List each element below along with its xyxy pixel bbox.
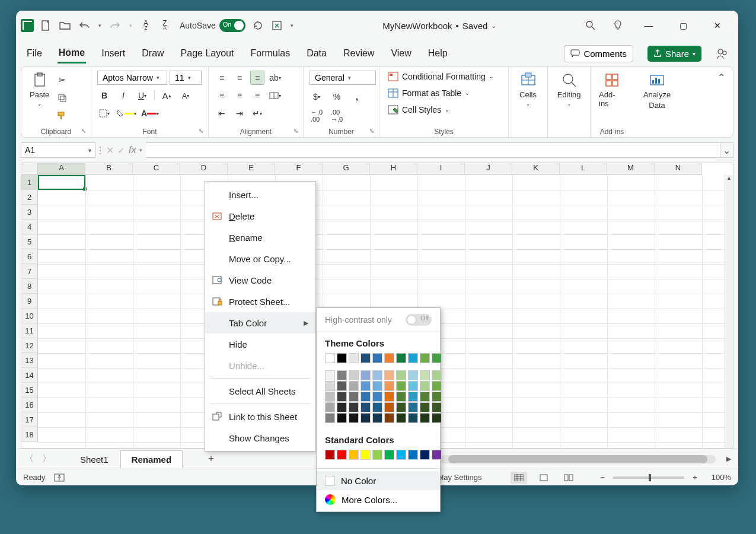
share-button[interactable]: Share ▾ — [647, 46, 701, 62]
column-header[interactable]: D — [180, 163, 228, 175]
color-swatch[interactable] — [337, 353, 347, 363]
conditional-formatting[interactable]: Conditional Formatting⌄ — [385, 71, 502, 82]
no-color-item[interactable]: No Color — [317, 471, 440, 490]
column-header[interactable]: J — [465, 163, 512, 175]
add-sheet-button[interactable]: + — [203, 453, 219, 465]
copy-icon[interactable] — [55, 91, 69, 105]
ctx-insert[interactable]: Insert... — [205, 184, 315, 205]
row-header[interactable]: 17 — [21, 412, 38, 427]
analyze-data-button[interactable]: Analyze Data — [639, 71, 675, 111]
color-swatch[interactable] — [337, 413, 347, 423]
column-header[interactable]: B — [85, 163, 133, 175]
color-swatch[interactable] — [361, 402, 371, 412]
color-swatch[interactable] — [325, 450, 335, 460]
color-swatch[interactable] — [372, 450, 382, 460]
indent-button[interactable]: ⇥ — [232, 106, 247, 120]
bold-button[interactable]: B — [97, 88, 111, 103]
search-icon[interactable] — [584, 19, 597, 32]
color-swatch[interactable] — [384, 402, 394, 412]
color-swatch[interactable] — [361, 392, 371, 402]
sheet-tab-sheet1[interactable]: Sheet1 — [69, 450, 119, 468]
refresh-icon[interactable] — [251, 19, 264, 32]
color-swatch[interactable] — [349, 381, 359, 391]
teams-icon[interactable] — [716, 47, 729, 60]
ctx-delete[interactable]: Delete — [205, 205, 315, 227]
row-header[interactable]: 10 — [21, 309, 38, 323]
color-swatch[interactable] — [420, 413, 430, 423]
editing-button[interactable]: Editing⌄ — [554, 71, 584, 108]
ctx-select-all-sheets[interactable]: Select All Sheets — [205, 380, 315, 402]
color-swatch[interactable] — [384, 450, 394, 460]
ctx-hide[interactable]: Hide — [205, 333, 315, 355]
sort-asc-icon[interactable]: AZ — [139, 19, 152, 32]
paste-button[interactable]: Paste ⌄ — [27, 71, 52, 123]
color-swatch[interactable] — [420, 450, 430, 460]
color-swatch[interactable] — [325, 402, 335, 412]
color-swatch[interactable] — [408, 353, 418, 363]
sort-desc-icon[interactable]: ZA — [158, 19, 171, 32]
color-swatch[interactable] — [408, 370, 418, 380]
row-header[interactable]: 1 — [21, 175, 38, 190]
sheet-tab-renamed[interactable]: Renamed — [120, 450, 183, 468]
number-dialog[interactable]: ⤡ — [369, 128, 377, 135]
color-swatch[interactable] — [396, 402, 406, 412]
merge-button[interactable]: ▾ — [268, 88, 282, 103]
percent-button[interactable]: % — [330, 90, 344, 104]
color-swatch[interactable] — [396, 413, 406, 423]
align-top[interactable]: ≡ — [215, 71, 229, 85]
tab-pagelayout[interactable]: Page Layout — [180, 44, 235, 62]
lightbulb-icon[interactable] — [611, 19, 624, 32]
row-header[interactable]: 9 — [21, 294, 38, 309]
color-swatch[interactable] — [337, 450, 347, 460]
tab-formulas[interactable]: Formulas — [249, 44, 291, 62]
color-swatch[interactable] — [361, 370, 371, 380]
color-swatch[interactable] — [372, 402, 382, 412]
orientation-button[interactable]: ab▾ — [268, 71, 282, 85]
tab-review[interactable]: Review — [342, 44, 375, 62]
color-swatch[interactable] — [337, 381, 347, 391]
color-swatch[interactable] — [325, 370, 335, 380]
fx-icon[interactable]: fx — [129, 145, 136, 155]
column-header[interactable]: I — [417, 163, 465, 175]
column-header[interactable]: N — [655, 163, 702, 175]
view-normal[interactable] — [511, 472, 527, 484]
row-header[interactable]: 8 — [21, 279, 38, 294]
shrink-font-button[interactable]: A▾ — [178, 88, 193, 103]
decrease-decimal[interactable]: .00→.0 — [330, 109, 344, 123]
outdent-button[interactable]: ⇤ — [215, 106, 229, 120]
ctx-tab-color[interactable]: Tab Color▶ — [205, 312, 315, 333]
column-header[interactable]: K — [512, 163, 560, 175]
accessibility-icon[interactable] — [54, 473, 65, 482]
zoom-out[interactable]: − — [601, 473, 605, 482]
row-header[interactable]: 16 — [21, 398, 38, 412]
font-name-combo[interactable]: Aptos Narrow▾ — [97, 71, 167, 85]
select-all-corner[interactable] — [21, 163, 38, 175]
borders-button[interactable]: ▾ — [97, 106, 111, 120]
color-swatch[interactable] — [432, 370, 442, 380]
color-swatch[interactable] — [372, 353, 382, 363]
format-painter-icon[interactable] — [55, 109, 69, 123]
align-bottom[interactable]: ≡ — [250, 71, 264, 85]
font-size-combo[interactable]: 11▾ — [170, 71, 202, 85]
color-swatch[interactable] — [408, 381, 418, 391]
clipboard-dialog[interactable]: ⤡ — [81, 128, 88, 135]
color-swatch[interactable] — [337, 392, 347, 402]
formula-bar[interactable] — [146, 142, 720, 158]
undo-icon[interactable] — [78, 19, 91, 32]
active-cell[interactable] — [38, 175, 85, 190]
color-swatch[interactable] — [432, 402, 442, 412]
color-swatch[interactable] — [349, 370, 359, 380]
color-swatch[interactable] — [372, 392, 382, 402]
color-swatch[interactable] — [325, 392, 335, 402]
view-pagebreak[interactable] — [560, 472, 577, 484]
color-swatch[interactable] — [337, 370, 347, 380]
color-swatch[interactable] — [384, 370, 394, 380]
column-header[interactable]: A — [38, 163, 85, 175]
row-header[interactable]: 12 — [21, 338, 38, 353]
color-swatch[interactable] — [396, 450, 406, 460]
color-swatch[interactable] — [361, 413, 371, 423]
color-swatch[interactable] — [408, 413, 418, 423]
view-pagelayout[interactable] — [535, 472, 552, 484]
enter-icon[interactable]: ✓ — [117, 145, 125, 156]
sync-icon[interactable] — [270, 19, 283, 32]
